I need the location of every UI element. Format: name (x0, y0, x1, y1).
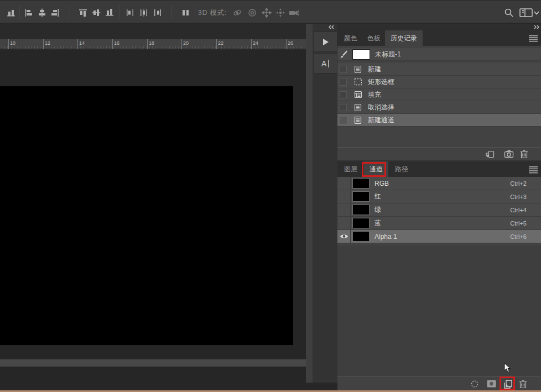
visibility-toggle[interactable] (337, 203, 351, 217)
history-source-checkbox[interactable] (340, 91, 347, 98)
align-top-edges-icon[interactable] (77, 8, 89, 18)
history-snapshot-row[interactable]: 未标题-1 (337, 48, 541, 61)
marquee-state-icon (353, 77, 363, 86)
visibility-toggle[interactable] (337, 230, 351, 243)
ruler-label: 12 (45, 40, 50, 46)
history-state-row[interactable]: 新建 (337, 63, 541, 76)
3d-pan-camera-icon[interactable] (261, 8, 272, 18)
svg-text:A: A (321, 59, 327, 68)
actions-panel-button[interactable] (314, 32, 337, 52)
ruler-label: 22 (218, 40, 223, 46)
align-horizontal-centers-icon[interactable] (37, 8, 48, 18)
channel-thumbnail[interactable] (352, 231, 370, 242)
channels-panel-tabbar: 图层 通道 路径 (337, 161, 541, 177)
channels-panel-footer (337, 376, 541, 390)
delete-channel-trash-icon[interactable] (519, 380, 528, 388)
history-source-checkbox[interactable] (340, 117, 347, 124)
tab-color[interactable]: 颜色 (339, 30, 363, 46)
channels-list: RGB Ctrl+2 红 Ctrl+3 绿 Ctrl+4 蓝 Ctrl+5 Al (337, 177, 541, 245)
ruler-tick (181, 39, 182, 49)
channel-thumbnail[interactable] (352, 191, 370, 202)
options-bar: 3D 模式: (0, 0, 541, 23)
visibility-toggle[interactable] (337, 190, 351, 203)
collapse-to-icons-arrows[interactable] (328, 25, 335, 29)
visibility-toggle[interactable] (337, 217, 351, 230)
history-state-row[interactable]: 矩形选框 (337, 76, 541, 88)
ruler-tick (251, 39, 252, 49)
mouse-cursor (504, 363, 512, 373)
history-state-row[interactable]: 填充 (337, 88, 541, 101)
align-bottom-edges-icon[interactable] (104, 8, 115, 18)
ruler-label: 16 (114, 40, 119, 46)
search-icon[interactable] (503, 8, 514, 18)
toolbar-separator (119, 6, 119, 19)
channel-shortcut: Ctrl+4 (510, 207, 527, 213)
channel-thumbnail[interactable] (352, 205, 370, 215)
ruler-label: 26 (288, 40, 293, 46)
new-channel-button-icon[interactable] (503, 380, 513, 388)
channel-row-blue[interactable]: 蓝 Ctrl+5 (337, 217, 541, 230)
channel-row-red[interactable]: 红 Ctrl+3 (337, 190, 541, 203)
new-snapshot-camera-icon[interactable] (504, 150, 513, 159)
channel-thumbnail[interactable] (352, 178, 370, 189)
align-vertical-centers-icon[interactable] (91, 8, 102, 18)
collapsed-panel-strip: A (313, 24, 337, 383)
history-brush-source-icon[interactable] (339, 50, 348, 59)
ruler-tick (286, 39, 287, 49)
document-window-statusbar[interactable] (0, 359, 313, 367)
channel-shortcut: Ctrl+6 (510, 233, 527, 240)
canvas-viewport[interactable] (0, 50, 306, 383)
distribute-spacing-icon[interactable] (180, 8, 191, 18)
3d-slide-camera-icon[interactable] (275, 8, 286, 18)
channel-row-rgb[interactable]: RGB Ctrl+2 (337, 177, 541, 190)
history-source-checkbox[interactable] (340, 66, 347, 73)
horizontal-ruler[interactable]: 10 12 14 16 18 20 22 24 26 (0, 39, 306, 49)
canvas-image[interactable] (0, 86, 293, 345)
channel-row-alpha1[interactable]: Alpha 1 Ctrl+6 (337, 230, 541, 243)
history-source-checkbox[interactable] (340, 104, 347, 111)
distribute-right-edges-icon[interactable] (152, 8, 163, 18)
ruler-tick (147, 39, 148, 49)
save-selection-as-channel-icon[interactable] (487, 380, 496, 388)
distribute-left-edges-icon[interactable] (124, 8, 136, 18)
channel-thumbnail[interactable] (352, 218, 370, 228)
history-panel-footer (337, 147, 541, 160)
chevron-down-icon[interactable] (533, 8, 540, 18)
3d-orbit-camera-icon[interactable] (232, 8, 243, 18)
align-right-edges-icon[interactable] (50, 8, 61, 18)
character-A-icon: A (320, 59, 331, 69)
3d-roll-camera-icon[interactable] (247, 8, 258, 18)
history-state-row[interactable]: 取消选择 (337, 101, 541, 114)
panel-dock: 颜色 色板 历史记录 未标题-1 新建 矩形选框 (337, 24, 541, 390)
tab-history[interactable]: 历史记录 (385, 30, 423, 46)
workspace-switcher-icon[interactable] (519, 8, 533, 18)
delete-state-trash-icon[interactable] (520, 150, 529, 159)
ruler-tick (8, 39, 9, 49)
channels-panel-menu-icon[interactable] (529, 166, 538, 174)
dock-divider[interactable] (306, 24, 313, 383)
expand-panels-arrows[interactable] (533, 25, 540, 29)
history-panel-menu-icon[interactable] (529, 35, 538, 42)
snapshot-thumbnail[interactable] (352, 49, 370, 60)
character-panel-button[interactable]: A (314, 53, 337, 74)
ruler-label: 24 (253, 40, 258, 46)
tab-paths[interactable]: 路径 (389, 161, 414, 177)
bar-chart-icon[interactable] (6, 8, 17, 18)
history-state-row-selected[interactable]: 新建通道 (337, 114, 541, 127)
tab-layers[interactable]: 图层 (339, 161, 363, 177)
visibility-toggle[interactable] (337, 177, 351, 190)
fill-state-icon (353, 90, 363, 99)
toolbar-separator (19, 6, 20, 19)
align-left-edges-icon[interactable] (23, 8, 34, 18)
tab-swatches[interactable]: 色板 (362, 30, 386, 46)
channel-row-green[interactable]: 绿 Ctrl+4 (337, 203, 541, 217)
ruler-label: 20 (183, 40, 189, 46)
new-document-from-state-icon[interactable] (486, 150, 495, 159)
ruler-tick (216, 39, 217, 49)
distribute-horizontal-centers-icon[interactable] (138, 8, 149, 18)
3d-zoom-camera-icon[interactable] (289, 8, 300, 18)
load-channel-as-selection-icon[interactable] (470, 380, 480, 388)
ruler-tick (77, 39, 78, 49)
history-source-checkbox[interactable] (340, 79, 347, 86)
tab-channels[interactable]: 通道 (364, 161, 388, 177)
